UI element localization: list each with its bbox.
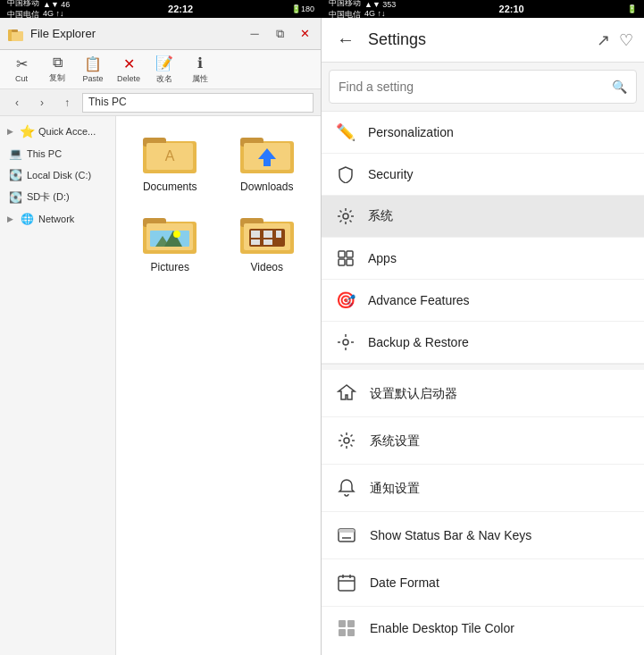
svg-rect-37 bbox=[339, 576, 355, 591]
settings-menu-item-system[interactable]: 系统 bbox=[322, 196, 644, 238]
delete-icon: ✕ bbox=[123, 55, 135, 72]
quick-access-arrow: ▶ bbox=[7, 127, 13, 136]
fe-minimize-button[interactable]: ─ bbox=[246, 25, 263, 43]
settings-header: ← Settings ↗ ♡ bbox=[322, 18, 644, 63]
system-settings-icon bbox=[334, 428, 359, 453]
list-item[interactable]: Pictures bbox=[123, 204, 217, 281]
svg-rect-23 bbox=[263, 231, 272, 238]
list-item[interactable]: A Documents bbox=[123, 123, 217, 200]
copy-button[interactable]: ⧉ 复制 bbox=[41, 54, 73, 86]
settings-menu-item-apps[interactable]: Apps bbox=[322, 238, 644, 280]
status-bar-nav-content: Show Status Bar & Nav Keys bbox=[370, 527, 631, 543]
desktop-tile-color-icon bbox=[334, 616, 359, 641]
desktop-tile-color-content: Enable Desktop Tile Color bbox=[370, 620, 631, 636]
settings-search-bar[interactable]: 🔍 bbox=[329, 70, 637, 104]
settings-detail-item-system-settings[interactable]: 系统设置 bbox=[322, 417, 644, 465]
local-disk-c-label: Local Disk (C:) bbox=[27, 170, 91, 181]
top-status-bar: 中国移动中国电信 ▲▼ 464G ↑↓ 22:12 🔋180 中国移动中国电信 … bbox=[0, 0, 644, 18]
main-area: File Explorer ─ ⧉ ✕ ✂ Cut ⧉ 复制 📋 Paste ✕ bbox=[0, 18, 644, 655]
cut-icon: ✂ bbox=[16, 55, 28, 72]
delete-button[interactable]: ✕ Delete bbox=[113, 54, 145, 86]
status-bar-nav-icon bbox=[334, 523, 359, 548]
security-label: Security bbox=[368, 167, 414, 181]
documents-name: Documents bbox=[143, 181, 197, 193]
backup-restore-label: Backup & Restore bbox=[368, 335, 469, 349]
system-settings-content: 系统设置 bbox=[370, 432, 631, 449]
fe-close-button[interactable]: ✕ bbox=[296, 25, 314, 43]
share-icon[interactable]: ↗ bbox=[597, 30, 610, 50]
time-left: 22:12 bbox=[70, 4, 291, 14]
fe-restore-button[interactable]: ⧉ bbox=[271, 25, 289, 43]
settings-detail-item-notification-settings[interactable]: 通知设置 bbox=[322, 465, 644, 512]
sidebar-item-this-pc[interactable]: 💻 This PC bbox=[0, 143, 115, 164]
sidebar-item-network[interactable]: ▶ 🌐 Network bbox=[0, 208, 115, 230]
fe-navbar: ‹ › ↑ This PC bbox=[0, 89, 321, 116]
videos-name: Videos bbox=[251, 261, 283, 273]
settings-menu-item-personalization[interactable]: ✏️ Personalization bbox=[322, 112, 644, 154]
sidebar-item-quick-access[interactable]: ▶ ⭐ Quick Acce... bbox=[0, 120, 115, 143]
svg-point-17 bbox=[173, 231, 180, 238]
system-settings-label: 系统设置 bbox=[370, 433, 420, 448]
delete-label: Delete bbox=[117, 74, 140, 83]
fe-title: File Explorer bbox=[30, 27, 246, 40]
settings-menu-item-security[interactable]: Security bbox=[322, 154, 644, 196]
properties-label: 属性 bbox=[192, 73, 208, 85]
apps-icon bbox=[334, 247, 357, 270]
status-bar-left: 中国移动中国电信 ▲▼ 464G ↑↓ 22:12 🔋180 bbox=[0, 0, 322, 18]
up-button[interactable]: ↑ bbox=[57, 93, 77, 113]
network-label: Network bbox=[38, 214, 74, 224]
settings-menu: ✏️ Personalization Security 系统 Apps bbox=[322, 111, 644, 365]
sidebar-item-sd-card[interactable]: 💽 SD卡 (D:) bbox=[0, 186, 115, 208]
status-bar-right: 中国移动中国电信 ▲▼ 3534G ↑↓ 22:10 🔋 bbox=[322, 0, 644, 18]
properties-button[interactable]: ℹ 属性 bbox=[184, 54, 216, 86]
downloads-name: Downloads bbox=[240, 181, 293, 193]
date-format-content: Date Format bbox=[370, 575, 631, 591]
svg-rect-1 bbox=[12, 31, 23, 41]
settings-title: Settings bbox=[368, 30, 588, 49]
settings-detail-item-date-format[interactable]: Date Format bbox=[322, 559, 644, 607]
list-item[interactable]: Videos bbox=[221, 204, 314, 281]
local-disk-c-icon: 💽 bbox=[7, 169, 23, 181]
settings-search-input[interactable] bbox=[339, 80, 606, 94]
svg-point-27 bbox=[343, 214, 348, 219]
personalization-label: Personalization bbox=[368, 125, 454, 139]
fe-window-controls: ─ ⧉ ✕ bbox=[246, 25, 314, 43]
fe-content-area: ▶ ⭐ Quick Acce... 💻 This PC 💽 Local Disk… bbox=[0, 116, 321, 655]
sd-card-label: SD卡 (D:) bbox=[27, 190, 70, 204]
notification-settings-content: 通知设置 bbox=[370, 480, 631, 497]
settings-menu-item-backup-restore[interactable]: Backup & Restore bbox=[322, 322, 644, 364]
svg-rect-41 bbox=[339, 620, 346, 627]
sidebar-item-local-disk-c[interactable]: 💽 Local Disk (C:) bbox=[0, 164, 115, 186]
fe-sidebar: ▶ ⭐ Quick Acce... 💻 This PC 💽 Local Disk… bbox=[0, 116, 116, 655]
favorite-icon[interactable]: ♡ bbox=[619, 30, 633, 50]
back-button[interactable]: ‹ bbox=[7, 93, 27, 113]
paste-label: Paste bbox=[82, 74, 103, 83]
settings-detail-item-desktop-tile-color[interactable]: Enable Desktop Tile Color bbox=[322, 607, 644, 655]
status-bar-nav-label: Show Status Bar & Nav Keys bbox=[370, 528, 531, 542]
personalization-icon: ✏️ bbox=[334, 121, 357, 144]
rename-label: 改名 bbox=[156, 73, 172, 85]
rename-button[interactable]: 📝 改名 bbox=[148, 54, 180, 86]
svg-rect-26 bbox=[263, 239, 272, 245]
svg-rect-30 bbox=[339, 259, 345, 265]
settings-detail-item-default-launcher[interactable]: 设置默认启动器 bbox=[322, 370, 644, 417]
svg-rect-24 bbox=[276, 231, 281, 238]
videos-folder-icon bbox=[238, 211, 296, 257]
copy-icon: ⧉ bbox=[53, 55, 63, 71]
settings-back-button[interactable]: ← bbox=[332, 29, 359, 50]
battery-left: 🔋180 bbox=[291, 4, 314, 13]
default-launcher-content: 设置默认启动器 bbox=[370, 385, 631, 402]
forward-button[interactable]: › bbox=[32, 93, 52, 113]
svg-rect-31 bbox=[347, 259, 353, 265]
default-launcher-icon bbox=[334, 381, 359, 406]
downloads-folder-icon bbox=[238, 130, 296, 177]
cut-button[interactable]: ✂ Cut bbox=[5, 54, 38, 86]
signal-left: ▲▼ 464G ↑↓ bbox=[43, 0, 70, 18]
advance-features-icon: 🎯 bbox=[334, 289, 357, 312]
paste-button[interactable]: 📋 Paste bbox=[77, 54, 109, 86]
path-display[interactable]: This PC bbox=[82, 93, 314, 113]
settings-detail-item-status-bar-nav[interactable]: Show Status Bar & Nav Keys bbox=[322, 512, 644, 559]
settings-menu-item-advance-features[interactable]: 🎯 Advance Features bbox=[322, 280, 644, 322]
properties-icon: ℹ bbox=[197, 55, 203, 71]
list-item[interactable]: Downloads bbox=[221, 123, 314, 200]
